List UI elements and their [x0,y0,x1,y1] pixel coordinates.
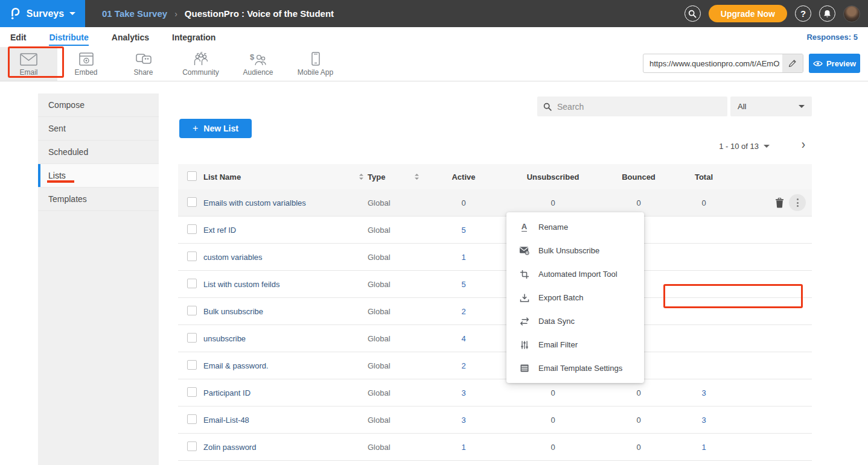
col-list-name[interactable]: List Name [203,172,241,182]
unsubscribed-count[interactable]: 0 [502,198,604,207]
table-row[interactable]: Email-List-48 Global 3 0 0 3 [178,406,812,434]
preview-button[interactable]: Preview [809,54,860,73]
list-name-link[interactable]: Email-List-48 [203,416,249,425]
menu-item-export-batch[interactable]: Export Batch [506,286,644,309]
notifications-bell-icon[interactable] [819,5,835,22]
active-count[interactable]: 3 [426,416,502,425]
total-count[interactable]: 3 [673,388,735,397]
active-count[interactable]: 1 [426,443,502,452]
list-name-link[interactable]: Bulk unsubscribe [203,307,263,316]
menu-item-email-filter[interactable]: Email Filter [506,333,644,356]
responses-count[interactable]: Responses: 5 [806,33,858,42]
col-type[interactable]: Type [368,172,385,182]
table-row[interactable]: Emails with custom varialbles Global 0 0… [178,189,812,217]
table-row[interactable]: Bulk unsubscribe Global 2 1 0 [178,298,812,325]
list-name-link[interactable]: Participant ID [203,388,251,397]
table-row[interactable]: Zolin password Global 1 0 0 1 [178,434,812,461]
bounced-count[interactable]: 0 [604,443,673,452]
pagination[interactable]: 1 - 10 of 13 [719,142,770,151]
total-count[interactable]: 1 [673,443,735,452]
toolbar-item-audience[interactable]: $Audience [229,47,287,81]
table-row[interactable]: Participant ID Global 3 0 0 3 [178,379,812,406]
row-checkbox[interactable] [187,224,197,234]
toolbar-item-embed[interactable]: Embed [57,47,115,81]
table-row[interactable]: Email & password. Global 2 0 0 [178,352,812,379]
toolbar-item-email[interactable]: Email [0,47,57,81]
next-page-arrow[interactable]: › [802,137,805,152]
select-all-checkbox[interactable] [187,171,197,181]
menu-item-data-sync[interactable]: Data Sync [506,309,644,333]
sort-icon[interactable] [414,173,420,180]
menu-item-email-template-settings[interactable]: Email Template Settings [506,356,644,380]
row-checkbox[interactable] [187,251,197,261]
menu-item-rename[interactable]: ARename [506,215,644,239]
active-count[interactable]: 1 [426,253,502,262]
help-icon[interactable]: ? [795,5,811,22]
list-name-link[interactable]: List with custom feilds [203,280,279,289]
total-count[interactable]: 0 [673,198,735,207]
row-checkbox[interactable] [187,360,197,370]
list-name-link[interactable]: Email & password. [203,361,269,370]
row-checkbox[interactable] [187,441,197,451]
toolbar-item-community[interactable]: Community [172,47,229,81]
survey-url-input[interactable] [643,59,782,68]
search-input[interactable] [557,102,721,112]
row-checkbox[interactable] [187,333,197,343]
row-checkbox[interactable] [187,279,197,288]
toolbar-item-mobile-app[interactable]: Mobile App [287,47,344,81]
search-icon[interactable] [685,5,701,22]
menu-item-label: Export Batch [538,293,583,302]
total-count[interactable]: 3 [673,416,735,425]
unsubscribed-count[interactable]: 0 [502,416,604,425]
unsubscribed-count[interactable]: 0 [502,443,604,452]
bounced-count[interactable]: 0 [604,416,673,425]
sidebar-item-compose[interactable]: Compose [38,93,159,117]
row-checkbox[interactable] [187,306,197,315]
user-avatar[interactable] [843,5,860,22]
sort-icon[interactable] [359,173,364,180]
table-row[interactable]: Ext ref ID Global 5 0 0 [178,217,812,244]
active-count[interactable]: 2 [426,361,502,370]
menu-item-automated-import-tool[interactable]: Automated Import Tool [506,262,644,286]
row-checkbox[interactable] [187,414,197,424]
row-checkbox[interactable] [187,387,197,397]
bounced-count[interactable]: 0 [604,388,673,397]
sidebar-item-sent[interactable]: Sent [38,117,159,141]
toolbar-item-share[interactable]: Share [115,47,172,81]
list-name-link[interactable]: unsubscribe [203,334,246,343]
list-filter-dropdown[interactable]: All [730,96,812,116]
menu-item-bulk-unsubscribe[interactable]: Bulk Unsubscribe [506,239,644,262]
active-count[interactable]: 3 [426,388,502,397]
bounced-count[interactable]: 0 [604,198,673,207]
list-name-link[interactable]: Emails with custom varialbles [203,198,306,207]
active-count[interactable]: 2 [426,307,502,316]
table-row[interactable]: unsubscribe Global 4 0 0 [178,325,812,352]
survey-url-field[interactable] [643,54,803,73]
tab-edit[interactable]: Edit [10,29,26,46]
row-checkbox[interactable] [187,197,197,207]
active-count[interactable]: 4 [426,334,502,343]
active-count[interactable]: 5 [426,226,502,235]
list-name-link[interactable]: Ext ref ID [203,226,236,235]
list-name-link[interactable]: custom variables [203,253,263,262]
list-name-link[interactable]: Zolin password [203,443,256,452]
edit-url-pencil-icon[interactable] [782,54,803,72]
more-options-icon[interactable] [789,194,806,211]
sidebar-item-scheduled[interactable]: Scheduled [38,141,159,164]
new-list-button[interactable]: + New List [179,119,252,138]
active-count[interactable]: 5 [426,280,502,289]
tab-distribute[interactable]: Distribute [49,29,88,46]
sidebar-item-lists[interactable]: Lists [38,164,159,188]
delete-icon[interactable] [775,198,784,208]
table-row[interactable]: custom variables Global 1 0 0 [178,244,812,271]
unsubscribed-count[interactable]: 0 [502,388,604,397]
table-row[interactable]: List with custom feilds Global 5 0 0 [178,271,812,298]
product-switcher[interactable]: Surveys [0,0,85,27]
active-count[interactable]: 0 [426,198,502,207]
sidebar-item-templates[interactable]: Templates [38,188,159,211]
breadcrumb-survey-link[interactable]: 01 Take Survey [102,8,167,19]
tab-integration[interactable]: Integration [172,29,215,46]
tab-analytics[interactable]: Analytics [112,29,149,46]
upgrade-now-button[interactable]: Upgrade Now [709,5,787,22]
list-search[interactable] [537,96,727,116]
